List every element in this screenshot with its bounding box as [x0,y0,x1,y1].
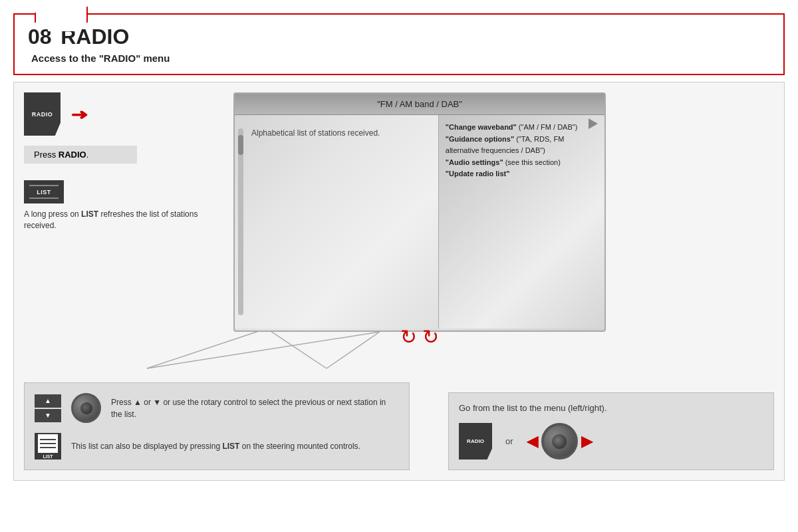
list-icon-label: LIST [43,454,53,459]
bottom-desc-1: Press ▲ or ▼ or use the rotary control t… [111,396,399,420]
main-content: RADIO ➜ Press RADIO. LIST A long press o… [13,82,785,481]
screen-header: "FM / AM band / DAB" [235,94,604,115]
list-button-icon: LIST [24,180,64,203]
rotary-large-inner [552,434,567,449]
radio-button-area: RADIO ➜ [24,92,230,136]
page-subtitle: Access to the "RADIO" menu [31,53,770,64]
rotary-control [71,393,101,423]
screen-left-panel: Alphabetical list of stations received. [235,115,438,329]
nav-btn-down: ▼ [35,409,61,422]
right-panel-item-3: "Audio settings" (see this section) [446,157,598,169]
list-icon-small: LIST [35,433,61,460]
rotary-large [541,423,578,460]
page-title: RADIO [61,25,129,49]
radio-btn-small: RADIO [459,423,492,460]
bottom-right-title: Go from the list to the menu (left/right… [459,403,763,413]
radio-btn-small-label: RADIO [467,438,484,444]
screen-area: "FM / AM band / DAB" Alphabetical list o… [233,92,606,332]
bottom-left-panel: ▲ ▼ Press ▲ or ▼ or use the rotary contr… [24,382,410,470]
curved-arrows: ↺ ↻ [400,325,439,348]
right-panel-item-2: "Guidance options" ("TA, RDS, FM alterna… [446,134,598,157]
svg-line-1 [147,332,380,368]
nav-btn-up: ▲ [35,394,61,408]
bottom-right-controls: RADIO or ◀ ▶ [459,423,763,460]
list-button-label: LIST [37,189,51,196]
svg-line-3 [327,332,380,368]
nav-btn-group: ▲ ▼ [35,394,61,422]
right-panel-item-1: "Change waveband" ("AM / FM / DAB") [446,122,598,134]
screen-right-panel: "Change waveband" ("AM / FM / DAB") "Gui… [438,115,604,329]
header-title-row: 08 RADIO [28,25,770,49]
play-btn [589,118,598,129]
screen-left-text: Alphabetical list of stations received. [251,128,432,138]
scroll-bar [238,128,243,315]
svg-line-0 [147,329,267,368]
nav-arrows-group: ◀ ▶ [527,423,593,460]
press-radio-label: Press RADIO. [24,146,137,164]
list-description: A long press on LIST refreshes the list … [24,209,230,231]
right-panel-item-4: "Update radio list" [446,168,598,180]
left-column: RADIO ➜ Press RADIO. LIST A long press o… [24,92,230,231]
or-text: or [505,436,513,446]
arrow-right-red: ➜ [70,105,88,123]
bottom-desc-2: This list can also be displayed by press… [71,440,399,452]
bottom-left-row-2: LIST This list can also be displayed by … [35,433,399,460]
screen-body: Alphabetical list of stations received. … [235,115,604,329]
header-section: 08 RADIO Access to the "RADIO" menu [13,13,785,75]
bottom-left-row-1: ▲ ▼ Press ▲ or ▼ or use the rotary contr… [35,393,399,423]
bottom-right-panel: Go from the list to the menu (left/right… [448,392,774,470]
radio-button-icon: RADIO [24,92,61,136]
page-number: 08 [28,25,52,49]
arrow-left-red-small: ◀ [527,433,538,450]
arrow-right-red-small: ▶ [581,433,593,450]
radio-button-label: RADIO [32,111,53,118]
svg-line-2 [267,329,327,368]
list-icon-small-inner: LIST [38,434,58,459]
rotary-inner [80,402,92,414]
header-notch [35,7,88,23]
list-button-wrapper: LIST [24,180,230,203]
scroll-thumb [238,135,243,155]
screen-outer: "FM / AM band / DAB" Alphabetical list o… [233,92,606,332]
